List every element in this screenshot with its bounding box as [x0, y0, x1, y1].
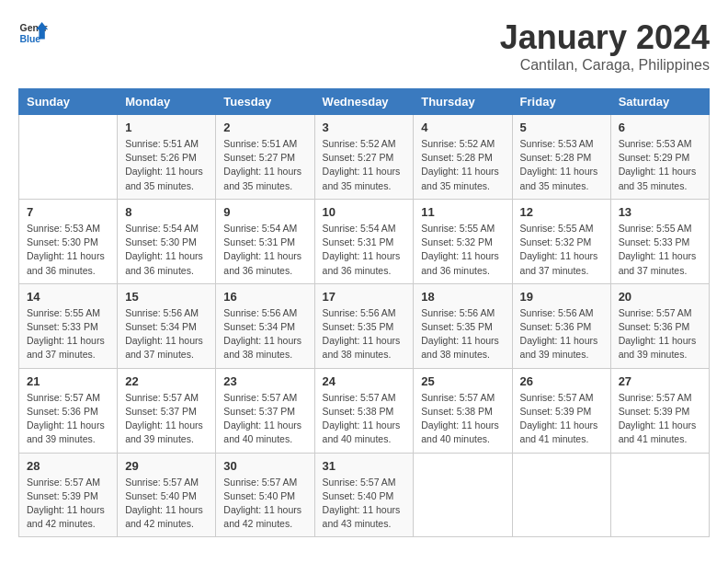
calendar-cell: 28Sunrise: 5:57 AMSunset: 5:39 PMDayligh…: [19, 453, 118, 537]
day-number: 12: [520, 205, 603, 219]
calendar-cell: 2Sunrise: 5:51 AMSunset: 5:27 PMDaylight…: [216, 115, 314, 200]
weekday-header-monday: Monday: [118, 89, 216, 115]
calendar-cell: 26Sunrise: 5:57 AMSunset: 5:39 PMDayligh…: [512, 368, 610, 453]
page-header: General Blue January 2024 Cantilan, Cara…: [18, 18, 710, 74]
calendar-cell: 10Sunrise: 5:54 AMSunset: 5:31 PMDayligh…: [314, 199, 414, 283]
calendar-cell: [610, 453, 709, 537]
day-number: 24: [323, 374, 406, 388]
day-info: Sunrise: 5:57 AMSunset: 5:39 PMDaylight:…: [619, 391, 701, 447]
calendar-cell: 6Sunrise: 5:53 AMSunset: 5:29 PMDaylight…: [610, 115, 709, 200]
day-info: Sunrise: 5:57 AMSunset: 5:39 PMDaylight:…: [27, 476, 109, 532]
weekday-header-friday: Friday: [512, 89, 610, 115]
day-info: Sunrise: 5:56 AMSunset: 5:36 PMDaylight:…: [520, 306, 603, 362]
title-block: January 2024 Cantilan, Caraga, Philippin…: [500, 18, 710, 74]
day-number: 28: [27, 459, 109, 473]
day-number: 8: [125, 205, 208, 219]
day-info: Sunrise: 5:54 AMSunset: 5:31 PMDaylight:…: [323, 222, 406, 278]
calendar-cell: 15Sunrise: 5:56 AMSunset: 5:34 PMDayligh…: [118, 283, 216, 368]
weekday-header-saturday: Saturday: [610, 89, 709, 115]
calendar-table: SundayMondayTuesdayWednesdayThursdayFrid…: [18, 88, 710, 537]
day-number: 31: [323, 459, 406, 473]
day-info: Sunrise: 5:55 AMSunset: 5:32 PMDaylight:…: [421, 222, 504, 278]
day-info: Sunrise: 5:51 AMSunset: 5:26 PMDaylight:…: [125, 137, 208, 193]
day-info: Sunrise: 5:57 AMSunset: 5:39 PMDaylight:…: [520, 391, 603, 447]
day-number: 1: [125, 121, 208, 134]
calendar-week-row: 1Sunrise: 5:51 AMSunset: 5:26 PMDaylight…: [19, 115, 710, 200]
day-number: 26: [520, 374, 603, 388]
calendar-cell: 1Sunrise: 5:51 AMSunset: 5:26 PMDaylight…: [118, 115, 216, 200]
day-info: Sunrise: 5:57 AMSunset: 5:40 PMDaylight:…: [323, 476, 406, 532]
day-number: 6: [619, 121, 701, 134]
day-number: 13: [619, 205, 701, 219]
calendar-cell: 30Sunrise: 5:57 AMSunset: 5:40 PMDayligh…: [216, 453, 314, 537]
calendar-cell: 20Sunrise: 5:57 AMSunset: 5:36 PMDayligh…: [610, 283, 709, 368]
calendar-cell: 3Sunrise: 5:52 AMSunset: 5:27 PMDaylight…: [314, 115, 414, 200]
day-number: 22: [125, 374, 208, 388]
calendar-cell: 4Sunrise: 5:52 AMSunset: 5:28 PMDaylight…: [414, 115, 512, 200]
day-info: Sunrise: 5:57 AMSunset: 5:40 PMDaylight:…: [223, 476, 306, 532]
day-number: 20: [619, 290, 701, 304]
day-info: Sunrise: 5:52 AMSunset: 5:28 PMDaylight:…: [421, 137, 504, 193]
location-subtitle: Cantilan, Caraga, Philippines: [500, 57, 710, 74]
weekday-header-tuesday: Tuesday: [216, 89, 314, 115]
svg-text:Blue: Blue: [20, 34, 41, 44]
day-info: Sunrise: 5:55 AMSunset: 5:33 PMDaylight:…: [27, 306, 109, 362]
day-info: Sunrise: 5:57 AMSunset: 5:36 PMDaylight:…: [27, 391, 109, 447]
calendar-week-row: 28Sunrise: 5:57 AMSunset: 5:39 PMDayligh…: [19, 453, 710, 537]
day-number: 16: [223, 290, 306, 304]
calendar-cell: 23Sunrise: 5:57 AMSunset: 5:37 PMDayligh…: [216, 368, 314, 453]
day-number: 3: [323, 121, 406, 134]
calendar-cell: 12Sunrise: 5:55 AMSunset: 5:32 PMDayligh…: [512, 199, 610, 283]
month-year-title: January 2024: [500, 18, 710, 57]
day-info: Sunrise: 5:55 AMSunset: 5:33 PMDaylight:…: [619, 222, 701, 278]
calendar-cell: 29Sunrise: 5:57 AMSunset: 5:40 PMDayligh…: [118, 453, 216, 537]
calendar-cell: 24Sunrise: 5:57 AMSunset: 5:38 PMDayligh…: [314, 368, 414, 453]
day-number: 21: [27, 374, 109, 388]
day-number: 30: [223, 459, 306, 473]
day-info: Sunrise: 5:57 AMSunset: 5:40 PMDaylight:…: [125, 476, 208, 532]
weekday-header-wednesday: Wednesday: [314, 89, 414, 115]
day-info: Sunrise: 5:57 AMSunset: 5:38 PMDaylight:…: [323, 391, 406, 447]
calendar-cell: 17Sunrise: 5:56 AMSunset: 5:35 PMDayligh…: [314, 283, 414, 368]
calendar-cell: [19, 115, 118, 200]
weekday-header-thursday: Thursday: [414, 89, 512, 115]
day-info: Sunrise: 5:51 AMSunset: 5:27 PMDaylight:…: [223, 137, 306, 193]
day-info: Sunrise: 5:56 AMSunset: 5:34 PMDaylight:…: [125, 306, 208, 362]
day-info: Sunrise: 5:53 AMSunset: 5:29 PMDaylight:…: [619, 137, 701, 193]
day-number: 19: [520, 290, 603, 304]
day-info: Sunrise: 5:52 AMSunset: 5:27 PMDaylight:…: [323, 137, 406, 193]
day-info: Sunrise: 5:54 AMSunset: 5:30 PMDaylight:…: [125, 222, 208, 278]
day-number: 14: [27, 290, 109, 304]
day-info: Sunrise: 5:56 AMSunset: 5:34 PMDaylight:…: [223, 306, 306, 362]
day-number: 18: [421, 290, 504, 304]
day-number: 10: [323, 205, 406, 219]
day-number: 29: [125, 459, 208, 473]
day-number: 23: [223, 374, 306, 388]
day-number: 25: [421, 374, 504, 388]
calendar-cell: [414, 453, 512, 537]
calendar-cell: 8Sunrise: 5:54 AMSunset: 5:30 PMDaylight…: [118, 199, 216, 283]
logo-icon: General Blue: [18, 18, 48, 48]
day-number: 2: [223, 121, 306, 134]
day-number: 9: [223, 205, 306, 219]
day-info: Sunrise: 5:57 AMSunset: 5:37 PMDaylight:…: [223, 391, 306, 447]
weekday-header-sunday: Sunday: [19, 89, 118, 115]
calendar-week-row: 14Sunrise: 5:55 AMSunset: 5:33 PMDayligh…: [19, 283, 710, 368]
calendar-cell: 18Sunrise: 5:56 AMSunset: 5:35 PMDayligh…: [414, 283, 512, 368]
logo: General Blue: [18, 18, 48, 48]
calendar-cell: 7Sunrise: 5:53 AMSunset: 5:30 PMDaylight…: [19, 199, 118, 283]
day-number: 17: [323, 290, 406, 304]
calendar-cell: 14Sunrise: 5:55 AMSunset: 5:33 PMDayligh…: [19, 283, 118, 368]
calendar-week-row: 7Sunrise: 5:53 AMSunset: 5:30 PMDaylight…: [19, 199, 710, 283]
calendar-cell: 9Sunrise: 5:54 AMSunset: 5:31 PMDaylight…: [216, 199, 314, 283]
day-info: Sunrise: 5:56 AMSunset: 5:35 PMDaylight:…: [323, 306, 406, 362]
day-number: 7: [27, 205, 109, 219]
day-info: Sunrise: 5:57 AMSunset: 5:36 PMDaylight:…: [619, 306, 701, 362]
day-number: 27: [619, 374, 701, 388]
day-info: Sunrise: 5:56 AMSunset: 5:35 PMDaylight:…: [421, 306, 504, 362]
day-number: 11: [421, 205, 504, 219]
day-info: Sunrise: 5:54 AMSunset: 5:31 PMDaylight:…: [223, 222, 306, 278]
calendar-cell: 27Sunrise: 5:57 AMSunset: 5:39 PMDayligh…: [610, 368, 709, 453]
calendar-cell: 5Sunrise: 5:53 AMSunset: 5:28 PMDaylight…: [512, 115, 610, 200]
day-number: 5: [520, 121, 603, 134]
